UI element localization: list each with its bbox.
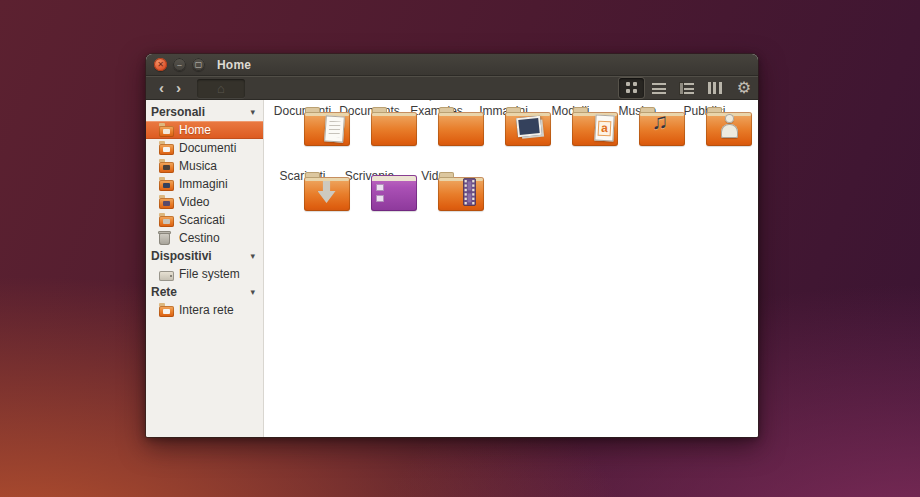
sidebar-item-label: Documenti: [179, 141, 236, 155]
folder-pictures-icon: [159, 180, 174, 191]
sidebar-item-label: Cestino: [179, 231, 220, 245]
folder-music-icon: [159, 162, 174, 173]
person-emblem-icon: [721, 114, 738, 140]
breadcrumb-home-button[interactable]: ⌂: [197, 79, 245, 98]
sidebar-item-label: Immagini: [179, 177, 228, 191]
sidebar-item-label: Scaricati: [179, 213, 225, 227]
home-icon: ⌂: [217, 81, 225, 96]
folder-icon: [371, 112, 417, 146]
folder-icon: [438, 177, 484, 211]
gear-icon[interactable]: ⚙: [737, 80, 751, 96]
minimize-button[interactable]: –: [173, 58, 186, 71]
sidebar-item-label: Home: [179, 123, 211, 137]
forward-button[interactable]: ›: [170, 78, 187, 98]
network-folder-icon: [159, 306, 174, 317]
file-item-documenti[interactable]: Documenti: [269, 104, 336, 169]
back-button[interactable]: ‹: [153, 78, 170, 98]
compact-view-button[interactable]: [675, 78, 700, 98]
column-view-icon: [708, 82, 722, 94]
view-toggle-group: [616, 78, 728, 98]
folder-icon: [438, 112, 484, 146]
compact-view-icon: [680, 83, 694, 94]
sidebar-item-home[interactable]: Home: [146, 121, 263, 139]
hard-drive-icon: [159, 271, 174, 281]
desktop-icon: [371, 175, 417, 211]
sidebar-section-rete[interactable]: Rete▾: [146, 283, 263, 301]
icon-view-icon: [625, 82, 638, 94]
section-label: Personali: [151, 105, 205, 119]
file-manager-window: ✕ – ▢ Home ‹ › ⌂ ⚙ Personali▾HomeDocumen…: [146, 54, 758, 437]
folder-documents-icon: [159, 144, 174, 155]
section-label: Dispositivi: [151, 249, 212, 263]
trash-icon: [159, 233, 170, 245]
section-label: Rete: [151, 285, 177, 299]
desktop-wallpaper: ✕ – ▢ Home ‹ › ⌂ ⚙ Personali▾HomeDocumen…: [0, 0, 920, 497]
sidebar-item-file-system[interactable]: File system: [146, 265, 263, 283]
list-view-icon: [652, 83, 666, 94]
list-view-button[interactable]: [647, 78, 672, 98]
sidebar-item-intera-rete[interactable]: Intera rete: [146, 301, 263, 319]
sidebar-item-musica[interactable]: Musica: [146, 157, 263, 175]
icon-view-button[interactable]: [619, 78, 644, 98]
sidebar-item-documenti[interactable]: Documenti: [146, 139, 263, 157]
chevron-down-icon: ▾: [250, 251, 255, 261]
photos-emblem-icon: [516, 116, 542, 137]
file-grid: DocumentiDocuments➜ExamplesImmaginiaMode…: [269, 104, 749, 234]
close-button[interactable]: ✕: [154, 58, 167, 71]
sidebar-item-video[interactable]: Video: [146, 193, 263, 211]
sidebar-item-scaricati[interactable]: Scaricati: [146, 211, 263, 229]
sidebar-item-label: File system: [179, 267, 240, 281]
chevron-down-icon: ▾: [250, 107, 255, 117]
maximize-icon: ▢: [195, 60, 203, 68]
maximize-button[interactable]: ▢: [192, 58, 205, 71]
template-emblem-icon: a: [594, 115, 614, 142]
sidebar-item-cestino[interactable]: Cestino: [146, 229, 263, 247]
file-view: DocumentiDocuments➜ExamplesImmaginiaMode…: [264, 100, 758, 437]
film-emblem-icon: [463, 178, 476, 206]
titlebar[interactable]: ✕ – ▢ Home: [146, 54, 758, 76]
sidebar-item-label: Musica: [179, 159, 217, 173]
file-item-scaricati[interactable]: Scaricati: [269, 169, 336, 234]
link-emblem-icon: ➜: [428, 100, 437, 104]
column-view-button[interactable]: [703, 78, 728, 98]
window-body: Personali▾HomeDocumentiMusicaImmaginiVid…: [146, 100, 758, 437]
sidebar-item-immagini[interactable]: Immagini: [146, 175, 263, 193]
sidebar-section-dispositivi[interactable]: Dispositivi▾: [146, 247, 263, 265]
minimize-icon: –: [177, 60, 181, 68]
sidebar-item-label: Video: [179, 195, 209, 209]
document-emblem-icon: [324, 115, 345, 142]
toolbar: ‹ › ⌂ ⚙: [146, 76, 758, 100]
window-title: Home: [217, 58, 251, 72]
sidebar-section-personali[interactable]: Personali▾: [146, 103, 263, 121]
sidebar-item-label: Intera rete: [179, 303, 234, 317]
folder-download-icon: [159, 216, 174, 227]
music-emblem-icon: ♫: [652, 111, 669, 133]
sidebar: Personali▾HomeDocumentiMusicaImmaginiVid…: [146, 100, 264, 437]
chevron-down-icon: ▾: [250, 287, 255, 297]
folder-video-icon: [159, 198, 174, 209]
folder-home-icon: [159, 126, 174, 137]
